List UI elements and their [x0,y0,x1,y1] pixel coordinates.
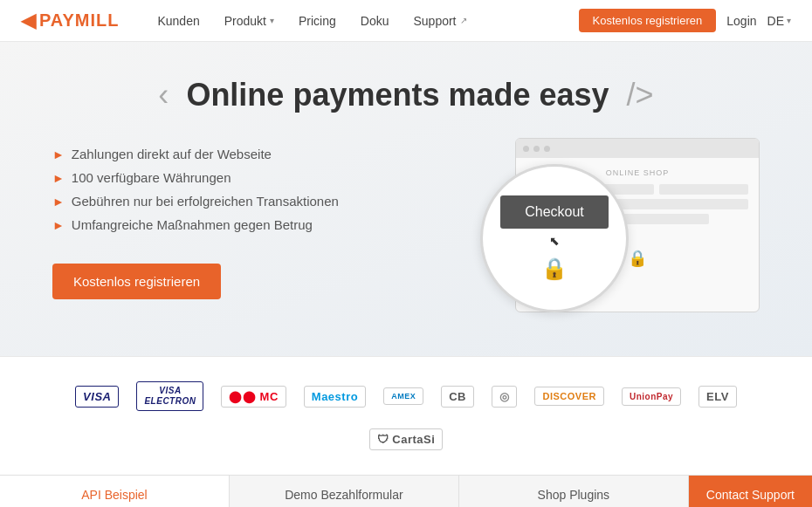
chevron-down-icon: ▾ [787,16,791,25]
navbar-right: Kostenlos registrieren Login DE ▾ [579,9,791,32]
magnifier-circle: Checkout ⬉ 🔒 [480,164,629,312]
feature-arrow-icon: ► [52,147,65,161]
hero-register-button[interactable]: Kostenlos registrieren [52,264,221,299]
form-field-2 [659,184,748,195]
feature-arrow-icon: ► [52,171,65,185]
paymill-logo-icon: ◀ [21,10,36,32]
browser-dot-3 [544,146,550,152]
hero-title: ‹ Online payments made easy /> [52,77,760,113]
chevron-down-icon: ▾ [270,16,274,25]
feature-1: ► Zahlungen direkt auf der Webseite [52,147,463,161]
visa-logo: VISA [75,386,119,408]
tabs-section: API Beispiel Demo Bezahlformular Shop Pl… [0,475,812,507]
amex-logo: AMEX [383,387,423,405]
browser-dot-1 [523,146,529,152]
language-selector[interactable]: DE ▾ [767,14,791,28]
discover-logo: DISCOVER [534,387,603,406]
visa-electron-logo: VISAELECTRON [136,381,203,411]
browser-bar [516,139,759,158]
external-link-icon: ↗ [460,16,467,25]
elv-logo: ELV [698,386,737,408]
unionpay-logo: UnionPay [622,387,681,406]
navbar-login-button[interactable]: Login [726,14,756,28]
browser-dot-2 [533,146,540,152]
hero-features-list: ► Zahlungen direkt auf der Webseite ► 10… [52,147,463,232]
feature-arrow-icon: ► [52,195,65,209]
nav-doku[interactable]: Doku [350,10,400,31]
hero-illustration: ONLINE SHOP Checkout 🔒 [463,129,760,356]
diners-logo: ◎ [492,386,518,408]
contact-support-button[interactable]: Contact Support [689,476,812,507]
tab-demo-bezahlformular[interactable]: Demo Bezahlformular [230,476,459,507]
hero-inner: ► Zahlungen direkt auf der Webseite ► 10… [52,138,760,356]
nav-produkt[interactable]: Produkt ▾ [214,10,285,31]
cb-logo: CB [441,386,474,408]
tab-shop-plugins[interactable]: Shop Plugins [459,476,689,507]
payment-logos-section: VISA VISAELECTRON ⬤⬤ MC Maestro AMEX CB … [0,356,812,475]
form-field-5 [621,214,710,224]
nav-links: Kunden Produkt ▾ Pricing Doku Support ↗ [147,10,578,31]
hero-title-suffix: /> [627,77,654,113]
magnifier-content: Checkout ⬉ 🔒 [500,195,609,281]
nav-pricing[interactable]: Pricing [288,10,347,31]
navbar-register-button[interactable]: Kostenlos registrieren [579,9,717,32]
hero-title-prefix: ‹ [158,77,169,113]
mastercard-logo: ⬤⬤ MC [221,386,286,408]
logo-link[interactable]: ◀ PAYMILL [21,10,119,32]
feature-3: ► Gebühren nur bei erfolgreichen Transak… [52,194,463,209]
hero-left: ► Zahlungen direkt auf der Webseite ► 10… [52,138,463,299]
paymill-logo-text: PAYMILL [39,10,119,31]
navbar: ◀ PAYMILL Kunden Produkt ▾ Pricing Doku … [0,0,812,42]
nav-support[interactable]: Support ↗ [403,10,477,31]
magnifier-checkout-btn: Checkout [500,195,609,229]
feature-2: ► 100 verfügbare Währungen [52,170,463,185]
hero-section: ‹ Online payments made easy /> ► Zahlung… [0,42,812,356]
cursor-icon: ⬉ [500,234,609,248]
maestro-logo: Maestro [304,386,366,408]
feature-arrow-icon: ► [52,218,65,232]
feature-4: ► Umfangreiche Maßnahmen gegen Betrug [52,217,463,232]
nav-kunden[interactable]: Kunden [147,10,210,31]
lock-big-icon: 🔒 [541,257,568,280]
magnifier-lock: 🔒 [500,257,609,281]
cartasi-logo: 🛡 CartaSi [369,428,444,450]
tab-api-beispiel[interactable]: API Beispiel [0,476,230,507]
